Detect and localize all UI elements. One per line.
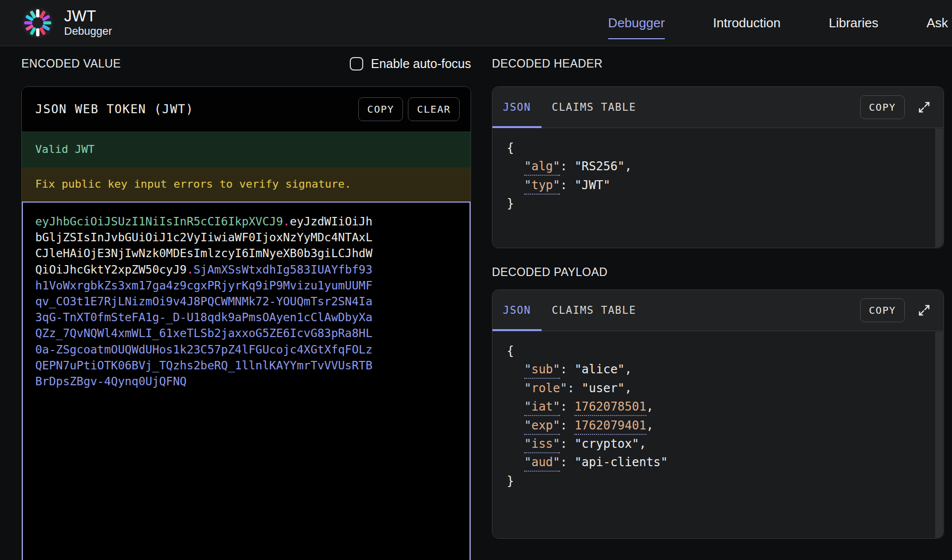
json-close-brace: }: [507, 195, 944, 213]
decoded-column: DECODED HEADER JSON CLAIMS TABLE COPY: [492, 54, 944, 560]
decoded-payload-card: JSON CLAIMS TABLE COPY {"sub": "alice",: [492, 289, 944, 539]
claim-key-exp[interactable]: "exp": [524, 419, 560, 435]
copy-header-button[interactable]: COPY: [860, 95, 905, 119]
tab-claims-table[interactable]: CLAIMS TABLE: [542, 290, 647, 331]
claim-value-alg: "RS256": [574, 159, 625, 173]
copy-payload-button[interactable]: COPY: [860, 298, 905, 322]
expand-header-button[interactable]: [916, 99, 933, 116]
claim-row-alg: "alg": "RS256",: [507, 157, 944, 176]
autofocus-label: Enable auto-focus: [371, 57, 471, 71]
signature-warning-banner: Fix public key input errors to verify si…: [22, 167, 471, 202]
nav-item-debugger[interactable]: Debugger: [608, 15, 665, 31]
decoded-payload-title: DECODED PAYLOAD: [492, 266, 608, 279]
json-open-brace: {: [507, 342, 944, 360]
claim-row-typ: "typ": "JWT": [507, 176, 944, 195]
claim-value-role: "user": [582, 381, 625, 395]
encoded-value-title: ENCODED VALUE: [21, 57, 121, 70]
copy-token-button[interactable]: COPY: [358, 97, 403, 121]
claim-value-iss: "cryptox": [574, 437, 639, 451]
claim-value-iat[interactable]: 1762078501: [574, 400, 646, 416]
nav-item-libraries[interactable]: Libraries: [829, 15, 878, 31]
claim-value-aud: "api-clients": [574, 455, 668, 469]
autofocus-checkbox[interactable]: [350, 57, 363, 70]
autofocus-control: Enable auto-focus: [350, 57, 471, 71]
clear-token-button[interactable]: CLEAR: [408, 97, 460, 121]
top-bar: JWT Debugger DebuggerIntroductionLibrari…: [0, 0, 952, 46]
brand[interactable]: JWT Debugger: [22, 7, 112, 38]
claim-key-aud[interactable]: "aud": [524, 455, 560, 472]
claim-row-role: "role": "user",: [507, 379, 944, 398]
expand-icon: [917, 303, 932, 318]
main-content: ENCODED VALUE Enable auto-focus JSON WEB…: [0, 46, 952, 560]
tab-json[interactable]: JSON: [492, 290, 542, 331]
claim-key-sub[interactable]: "sub": [524, 362, 560, 379]
claim-value-exp[interactable]: 1762079401: [574, 419, 646, 435]
claim-key-typ[interactable]: "typ": [524, 178, 560, 195]
decoded-header-title: DECODED HEADER: [492, 57, 603, 70]
json-open-brace: {: [507, 139, 944, 157]
header-json-viewer[interactable]: {"alg": "RS256","typ": "JWT"}: [492, 129, 944, 248]
jwt-encoder-card: JSON WEB TOKEN (JWT) COPY CLEAR Valid JW…: [21, 86, 471, 560]
token-separator: .: [187, 263, 194, 276]
main-nav: DebuggerIntroductionLibrariesAsk: [608, 15, 948, 31]
valid-jwt-banner: Valid JWT: [22, 132, 471, 167]
tab-claims-table[interactable]: CLAIMS TABLE: [542, 87, 647, 128]
token-signature-segment: SjAmXSsWtxdhIg583IUAYfbf93h1VoWxrgbkZs3x…: [35, 263, 373, 388]
json-close-brace: }: [507, 472, 944, 490]
expand-payload-button[interactable]: [916, 302, 933, 319]
decoded-header-tabs: JSON CLAIMS TABLE COPY: [492, 87, 944, 128]
claim-value-sub: "alice": [574, 362, 625, 376]
decoded-header-card: JSON CLAIMS TABLE COPY {"alg": "RS256",: [492, 86, 944, 248]
brand-subtitle: Debugger: [64, 25, 112, 38]
token-header-segment: eyJhbGciOiJSUzI1NiIsInR5cCI6IkpXVCJ9: [35, 215, 283, 228]
nav-item-introduction[interactable]: Introduction: [713, 15, 781, 31]
expand-icon: [917, 100, 932, 115]
claim-key-iat[interactable]: "iat": [524, 400, 560, 416]
token-separator: .: [283, 215, 290, 228]
claim-key-role: "role": [524, 381, 567, 395]
brand-title: JWT: [64, 8, 112, 25]
claim-row-sub: "sub": "alice",: [507, 360, 944, 379]
header-viewer-scrollbar[interactable]: [935, 129, 943, 247]
claim-key-alg[interactable]: "alg": [524, 159, 560, 176]
token-input[interactable]: eyJhbGciOiJSUzI1NiIsInR5cCI6IkpXVCJ9.eyJ…: [22, 202, 471, 560]
claim-key-iss[interactable]: "iss": [524, 437, 560, 453]
token-text: eyJhbGciOiJSUzI1NiIsInR5cCI6IkpXVCJ9.eyJ…: [35, 213, 374, 389]
claim-row-iss: "iss": "cryptox",: [507, 435, 944, 453]
nav-item-ask[interactable]: Ask: [927, 15, 948, 31]
tab-json[interactable]: JSON: [492, 87, 542, 128]
claim-row-aud: "aud": "api-clients": [507, 453, 944, 472]
encoded-column: ENCODED VALUE Enable auto-focus JSON WEB…: [21, 54, 471, 560]
payload-viewer-scrollbar[interactable]: [935, 332, 943, 538]
claim-row-iat: "iat": 1762078501,: [507, 398, 944, 416]
jwt-card-title: JSON WEB TOKEN (JWT): [35, 102, 194, 116]
payload-json-viewer[interactable]: {"sub": "alice","role": "user","iat": 17…: [492, 332, 944, 538]
jwt-logo-icon: [22, 7, 53, 38]
claim-value-typ: "JWT": [574, 178, 610, 192]
jwt-encoder-header: JSON WEB TOKEN (JWT) COPY CLEAR: [22, 87, 471, 132]
claim-row-exp: "exp": 1762079401,: [507, 417, 944, 435]
decoded-payload-tabs: JSON CLAIMS TABLE COPY: [492, 290, 944, 331]
